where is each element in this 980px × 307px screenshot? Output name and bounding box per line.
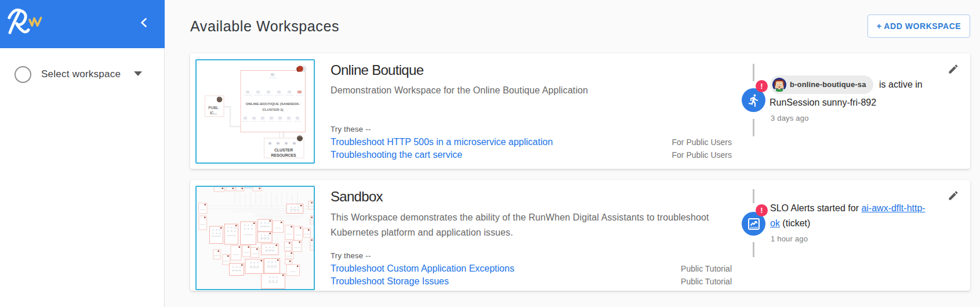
svg-text:ONLINE-BOUTIQUE (SANDBOX-: ONLINE-BOUTIQUE (SANDBOX- bbox=[246, 102, 300, 106]
svg-text:RESOURCES: RESOURCES bbox=[271, 153, 296, 157]
svg-text:IC...: IC... bbox=[210, 111, 217, 115]
svg-text:CLUSTER: CLUSTER bbox=[274, 148, 293, 152]
svg-text:CLUSTER-1): CLUSTER-1) bbox=[262, 107, 283, 111]
svg-text:PUBL: PUBL bbox=[208, 106, 219, 110]
